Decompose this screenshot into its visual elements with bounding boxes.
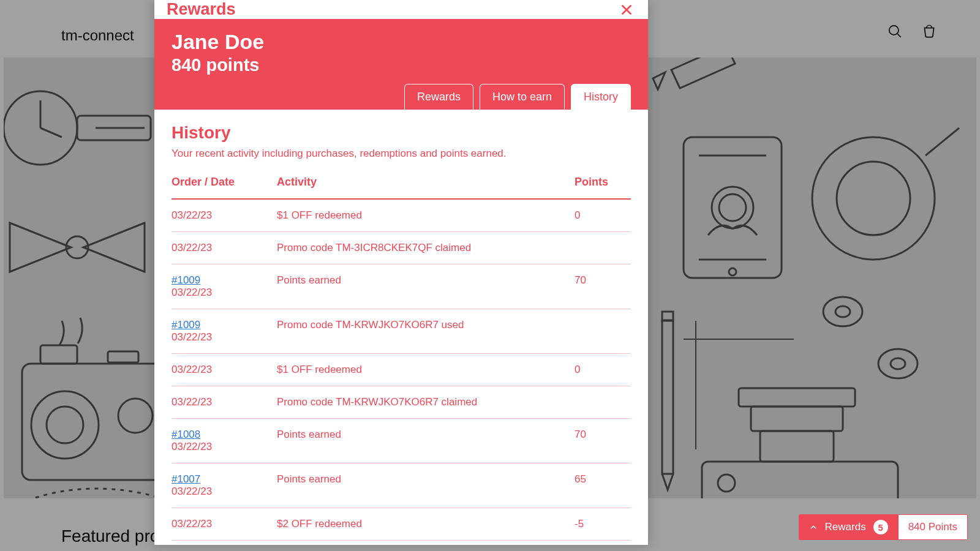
user-name: Jane Doe (172, 30, 631, 54)
cell-activity: $1 OFF redeemed (277, 199, 575, 232)
cell-date: 03/22/23 (172, 518, 212, 530)
col-order: Order / Date (172, 176, 277, 199)
cell-activity: $2 OFF redeemed (277, 508, 575, 541)
table-row: 03/22/23Promo code TM-KRWJKO7KO6R7 claim… (172, 386, 631, 419)
cell-order-date: 03/22/23 (172, 386, 277, 419)
tab-rewards[interactable]: Rewards (404, 84, 473, 110)
cell-points: -5 (575, 508, 631, 541)
rewards-widget[interactable]: Rewards 5 840 Points (799, 514, 968, 540)
cell-points: 65 (575, 463, 631, 508)
cell-date: 03/22/23 (172, 364, 212, 375)
cell-order-date: #100903/22/23 (172, 309, 277, 354)
cell-date: 03/22/23 (172, 242, 212, 253)
user-points: 840 points (172, 55, 631, 75)
modal-scroll-area[interactable]: Jane Doe 840 points Rewards How to earn … (154, 19, 648, 551)
modal-titlebar: Rewards (154, 0, 648, 19)
table-row: #100703/22/23Points earned65 (172, 463, 631, 508)
cell-points (575, 309, 631, 354)
rewards-widget-label: Rewards (825, 521, 866, 533)
cell-order-date: 03/22/23 (172, 232, 277, 264)
modal-tabs: Rewards How to earn History (172, 84, 631, 110)
order-link[interactable]: #1009 (172, 274, 277, 287)
cell-points: 70 (575, 264, 631, 309)
cell-order-date: 03/22/23 (172, 199, 277, 232)
history-table: Order / Date Activity Points 03/22/23$1 … (172, 176, 631, 541)
cell-date: 03/22/23 (172, 209, 212, 221)
cell-activity: Promo code TM-3ICR8CKEK7QF claimed (277, 232, 575, 264)
tab-history[interactable]: History (571, 84, 631, 110)
history-panel: History Your recent activity including p… (154, 110, 648, 551)
table-row: 03/22/23$1 OFF redeemed0 (172, 199, 631, 232)
panel-heading: History (172, 123, 631, 143)
cell-points (575, 386, 631, 419)
cell-activity: Points earned (277, 463, 575, 508)
table-row: #100803/22/23Points earned70 (172, 419, 631, 463)
cell-order-date: 03/22/23 (172, 508, 277, 541)
cell-order-date: #100903/22/23 (172, 264, 277, 309)
table-row: 03/22/23Promo code TM-3ICR8CKEK7QF claim… (172, 232, 631, 264)
cell-order-date: 03/22/23 (172, 354, 277, 386)
cell-activity: Points earned (277, 419, 575, 463)
rewards-modal: Rewards Jane Doe 840 points Rewards How … (154, 0, 648, 545)
chevron-up-icon (809, 523, 818, 531)
rewards-widget-points[interactable]: 840 Points (899, 514, 968, 540)
cell-points: 0 (575, 199, 631, 232)
table-row: 03/22/23$1 OFF redeemed0 (172, 354, 631, 386)
cell-order-date: #100803/22/23 (172, 419, 277, 463)
cell-points (575, 232, 631, 264)
tab-howtoearn[interactable]: How to earn (480, 84, 565, 110)
table-row: 03/22/23$2 OFF redeemed-5 (172, 508, 631, 541)
panel-subtext: Your recent activity including purchases… (172, 148, 631, 160)
col-points: Points (575, 176, 631, 199)
table-row: #100903/22/23Points earned70 (172, 264, 631, 309)
close-icon[interactable] (620, 3, 633, 17)
cell-points: 0 (575, 354, 631, 386)
cell-date: 03/22/23 (172, 287, 212, 298)
rewards-widget-badge: 5 (873, 520, 888, 534)
col-activity: Activity (277, 176, 575, 199)
modal-title: Rewards (167, 0, 236, 19)
order-link[interactable]: #1007 (172, 473, 277, 485)
order-link[interactable]: #1009 (172, 319, 277, 331)
order-link[interactable]: #1008 (172, 429, 277, 441)
cell-points: 70 (575, 419, 631, 463)
cell-activity: Promo code TM-KRWJKO7KO6R7 claimed (277, 386, 575, 419)
table-row: #100903/22/23Promo code TM-KRWJKO7KO6R7 … (172, 309, 631, 354)
rewards-widget-toggle[interactable]: Rewards 5 (799, 514, 899, 540)
cell-order-date: #100703/22/23 (172, 463, 277, 508)
cell-activity: $1 OFF redeemed (277, 354, 575, 386)
cell-date: 03/22/23 (172, 485, 212, 497)
cell-activity: Points earned (277, 264, 575, 309)
modal-hero: Jane Doe 840 points Rewards How to earn … (154, 19, 648, 110)
cell-date: 03/22/23 (172, 331, 212, 343)
cell-date: 03/22/23 (172, 441, 212, 452)
cell-date: 03/22/23 (172, 396, 212, 408)
cell-activity: Promo code TM-KRWJKO7KO6R7 used (277, 309, 575, 354)
